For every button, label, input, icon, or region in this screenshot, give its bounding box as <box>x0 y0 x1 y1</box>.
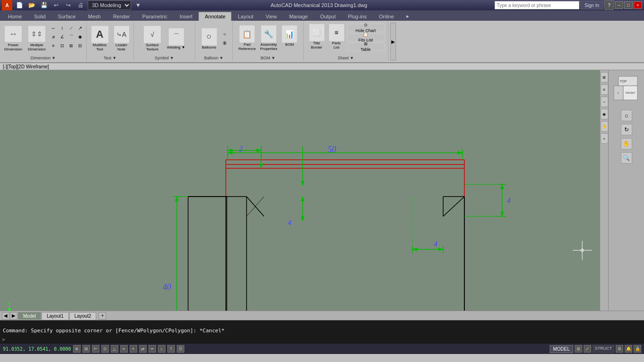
snap-icon[interactable]: ⊕ <box>73 345 81 353</box>
dim-btn-1[interactable]: ↔ <box>49 24 58 32</box>
group-label-symbol[interactable]: Symbol ▼ <box>136 56 193 60</box>
workspace-dropdown[interactable]: ▼ <box>133 0 143 10</box>
dim-btn-7[interactable]: ⌒ <box>67 33 75 41</box>
vp-btn-1[interactable]: ⊞ <box>601 72 608 82</box>
tab-annotate[interactable]: Annotate <box>198 12 231 21</box>
maximize-button[interactable]: □ <box>624 1 633 9</box>
btn-hole-chart[interactable]: ⊙Hole Chart <box>347 24 385 32</box>
qat-undo[interactable]: ↩ <box>51 0 61 10</box>
polar-icon[interactable]: ⊙ <box>101 345 109 353</box>
btn-fits-list[interactable]: 📋Fits List <box>347 33 385 41</box>
qat-print[interactable]: 🖨 <box>75 0 86 10</box>
layout-tab-layout2[interactable]: Layout2 <box>69 312 97 320</box>
tab-parametric[interactable]: Parametric <box>136 12 173 21</box>
model-button[interactable]: MODEL <box>550 345 573 353</box>
nav-cube[interactable]: TOP L FRONT <box>611 74 642 104</box>
tab-output[interactable]: Output <box>314 12 342 21</box>
qat-new[interactable]: 📄 <box>14 0 25 10</box>
osnap-icon[interactable]: △ <box>111 345 118 353</box>
ducs-icon[interactable]: ⌖ <box>130 345 137 353</box>
nav-btn-zoom[interactable]: 🔍 <box>621 152 632 164</box>
btn-welding[interactable]: ⌒ Welding ▼ <box>165 25 188 53</box>
nav-btn-pan[interactable]: ✋ <box>621 138 632 149</box>
vp-btn-4[interactable]: ◉ <box>601 109 608 119</box>
group-label-balloon[interactable]: Balloon ▼ <box>197 56 231 60</box>
btn-part-reference[interactable]: 📋 PartReference <box>237 24 257 53</box>
help-button[interactable]: ? <box>604 0 614 10</box>
layout-tab-model[interactable]: Model <box>18 312 41 320</box>
lock-icon[interactable]: 🔒 <box>634 345 641 353</box>
tab-nav-next[interactable]: ▶ <box>10 312 17 320</box>
dim-btn-5[interactable]: ⌀ <box>49 33 58 41</box>
group-label-sheet[interactable]: Sheet ▼ <box>305 56 386 60</box>
dim-btn-11[interactable]: ⊞ <box>67 41 75 50</box>
otrack-icon[interactable]: ∞ <box>120 345 128 353</box>
sc-icon[interactable]: ☰ <box>177 345 184 353</box>
btn-parts-list[interactable]: ≡ PartsList <box>327 23 346 52</box>
layout-tab-layout1[interactable]: Layout1 <box>41 312 69 320</box>
btn-power-dimension[interactable]: ↔ PowerDimension <box>2 25 25 53</box>
tab-surface[interactable]: Surface <box>52 12 82 21</box>
minimize-button[interactable]: – <box>615 1 623 9</box>
workspace-select[interactable]: 3D Modeling <box>88 0 131 10</box>
vp-btn-2[interactable]: ≡ <box>601 84 608 95</box>
search-input[interactable] <box>495 1 579 9</box>
vp-btn-3[interactable]: ↔ <box>601 97 608 107</box>
tab-view[interactable]: View <box>260 12 283 21</box>
btn-leader-note[interactable]: ⤷A LeaderNote <box>112 25 132 53</box>
group-label-text[interactable]: Text ▼ <box>89 56 132 60</box>
settings-icon[interactable]: ⚙ <box>616 345 623 353</box>
btn-assembly-properties[interactable]: 🔧 AssemblyProperties <box>259 24 279 53</box>
btn-balloons[interactable]: ○ Balloons <box>199 25 220 53</box>
dim-btn-3[interactable]: ⟋ <box>67 24 75 32</box>
btn-balloon-small-1[interactable]: ○ <box>221 30 229 39</box>
notification-icon[interactable]: 🔔 <box>625 345 632 353</box>
struct-button[interactable]: STRUCT <box>593 345 615 353</box>
btn-balloon-small-2[interactable]: ⑧ <box>221 39 229 48</box>
dim-btn-8[interactable]: ◉ <box>76 33 84 41</box>
qat-open[interactable]: 📂 <box>26 0 37 10</box>
tab-home[interactable]: Home <box>2 12 28 21</box>
nav-btn-orbit[interactable]: ↻ <box>621 124 632 135</box>
tab-nav-prev[interactable]: ◀ <box>2 312 9 320</box>
grid-display-icon[interactable]: ⊞ <box>575 345 582 353</box>
ribbon-expand[interactable]: ▶ <box>390 23 396 60</box>
vp-btn-5[interactable]: ✋ <box>601 121 608 132</box>
qat-save[interactable]: 💾 <box>39 0 49 10</box>
dim-btn-4[interactable]: ↗ <box>76 24 84 32</box>
btn-multiline-text[interactable]: A MultilineText <box>89 25 111 53</box>
command-input-row[interactable]: > <box>0 335 644 344</box>
command-input[interactable] <box>7 337 642 343</box>
btn-surface-texture[interactable]: √ SurfaceTexture <box>141 25 164 53</box>
close-button[interactable]: × <box>634 1 642 9</box>
pan-icon[interactable]: ⤢ <box>584 345 591 353</box>
qp-icon[interactable]: ? <box>167 345 175 353</box>
dim-btn-9[interactable]: ≡ <box>49 41 58 50</box>
nav-btn-home[interactable]: ⌂ <box>621 110 632 121</box>
viewport[interactable]: 50 2 40 4 4 4 4 Y X Z <box>0 70 608 311</box>
tab-more[interactable]: ▸ <box>400 11 415 21</box>
tab-layout[interactable]: Layout <box>231 12 259 21</box>
sign-in-button[interactable]: Sign In <box>580 1 603 9</box>
tpmode-icon[interactable]: ⌂ <box>158 345 165 353</box>
btn-bom[interactable]: 📊 BOM <box>280 24 299 53</box>
tab-online[interactable]: Online <box>373 12 400 21</box>
tab-insert[interactable]: Insert <box>173 12 199 21</box>
dim-btn-12[interactable]: ⊟ <box>76 41 84 50</box>
tab-plugins[interactable]: Plug-ins <box>342 12 373 21</box>
group-label-bom[interactable]: BOM ▼ <box>235 56 301 60</box>
btn-table[interactable]: ⊞Table <box>347 42 385 51</box>
lweight-icon[interactable]: ━ <box>149 345 156 353</box>
btn-multiple-dimension[interactable]: ⇕⇕ MultipleDimension <box>25 25 48 53</box>
dyn-icon[interactable]: ⇌ <box>139 345 147 353</box>
group-label-dimension[interactable]: Dimension ▼ <box>2 56 84 60</box>
dim-btn-2[interactable]: ↕ <box>58 24 66 32</box>
tab-solid[interactable]: Solid <box>28 12 51 21</box>
tab-manage[interactable]: Manage <box>283 12 314 21</box>
vp-btn-6[interactable]: ≈ <box>601 133 608 144</box>
grid-icon[interactable]: ⊞ <box>83 345 90 353</box>
tab-render[interactable]: Render <box>107 12 136 21</box>
tab-add[interactable]: + <box>99 312 106 320</box>
tab-mesh[interactable]: Mesh <box>82 12 107 21</box>
dim-btn-10[interactable]: ⊡ <box>58 41 66 50</box>
